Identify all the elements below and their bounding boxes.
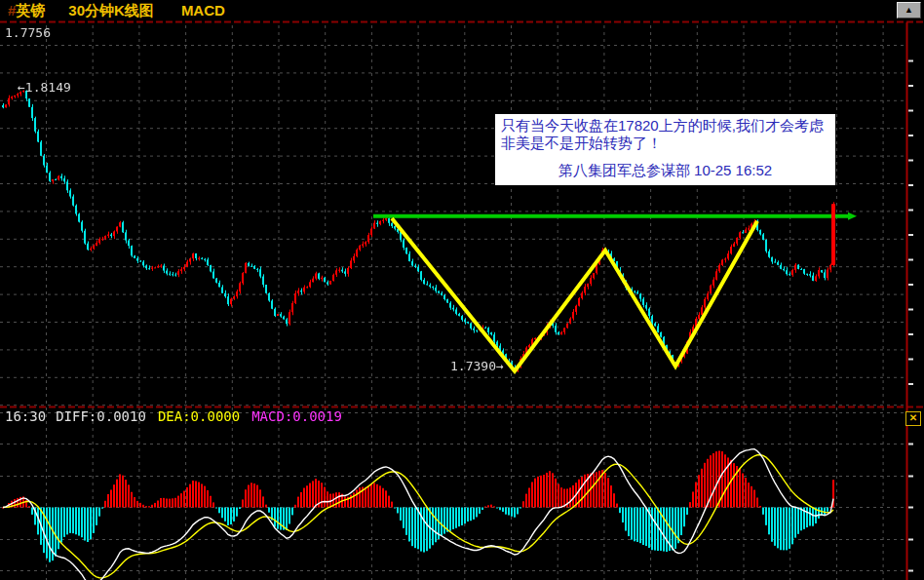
dea-value: DEA:0.0000: [158, 408, 240, 424]
macd-header: 16:30DIFF:0.0010DEA:0.0000MACD:0.0019: [5, 408, 342, 424]
title-bar: #英镑30分钟K线图MACD: [0, 0, 924, 20]
close-icon: ✕: [909, 412, 917, 423]
close-indicator-button[interactable]: ✕: [905, 411, 921, 426]
annotation-text: 只有当今天收盘在17820上方的时候,我们才会考虑非美是不是开始转势了！: [501, 117, 829, 153]
kline-macd-chart-canvas[interactable]: [0, 0, 924, 580]
annotation-signature: 第八集团军总参谋部 10-25 16:52: [501, 162, 829, 179]
symbol-name: 英镑: [16, 2, 45, 19]
trading-app-window: #英镑30分钟K线图MACD ▲ 1.7756 ←1.8149 1.7390→ …: [0, 0, 924, 580]
macd-time-label: 16:30: [5, 408, 46, 424]
arrow-right-icon: →: [496, 359, 504, 373]
current-price-label: 1.7756: [5, 25, 51, 40]
high-price-value: 1.8149: [25, 80, 71, 95]
low-price-value: 1.7390: [450, 359, 496, 373]
scroll-up-button[interactable]: ▲: [897, 2, 921, 19]
indicator-label: MACD: [181, 2, 225, 19]
up-triangle-icon: ▲: [905, 5, 913, 15]
annotation-box: 只有当今天收盘在17820上方的时候,我们才会考虑非美是不是开始转势了！ 第八集…: [495, 114, 835, 185]
arrow-left-icon: ←: [18, 80, 25, 95]
low-price-label: 1.7390→: [450, 359, 504, 373]
diff-value: DIFF:0.0010: [56, 408, 146, 424]
high-price-label: ←1.8149: [18, 80, 71, 95]
macd-value: MACD:0.0019: [251, 408, 342, 424]
period-label: 30分钟K线图: [68, 2, 154, 19]
